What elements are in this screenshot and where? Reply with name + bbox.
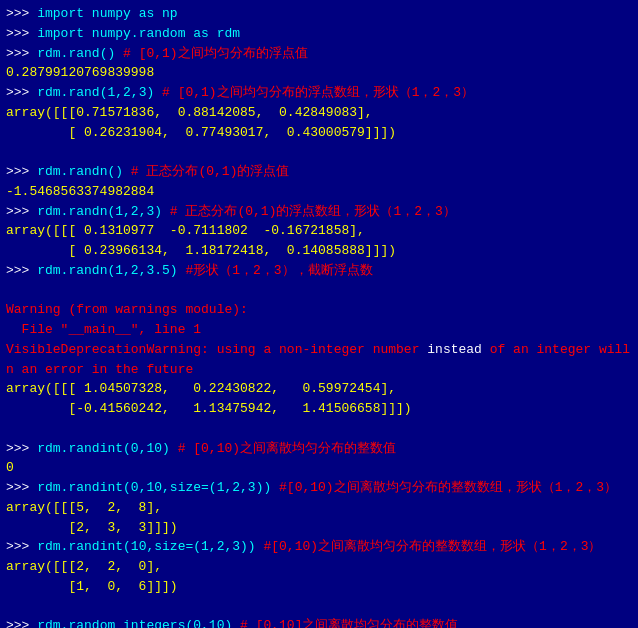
prompt-2: >>> bbox=[6, 26, 37, 41]
output-9: -1.5468563374982884 bbox=[6, 184, 154, 199]
comment-5: # [0,1)之间均匀分布的浮点数组，形状（1，2，3） bbox=[162, 85, 474, 100]
prompt-3: >>> bbox=[6, 46, 37, 61]
prompt-8: >>> bbox=[6, 164, 37, 179]
code-21: rdm.randint(10,size=(1,2,3)) bbox=[37, 539, 263, 554]
terminal-window: >>> import numpy as np >>> import numpy.… bbox=[0, 0, 638, 628]
output-15: [-0.41560242, 1.13475942, 1.41506658]]]) bbox=[6, 401, 412, 416]
prompt-13: >>> bbox=[6, 263, 37, 278]
output-23: [1, 0, 6]]]) bbox=[6, 579, 178, 594]
prompt-21: >>> bbox=[6, 539, 37, 554]
line-22: array([[[2, 2, 0], bbox=[6, 557, 632, 577]
code-24: rdm.random_integers(0,10) bbox=[37, 618, 240, 628]
warning-msg: VisibleDeprecationWarning: using a non-i… bbox=[6, 342, 638, 357]
line-warn-3: VisibleDeprecationWarning: using a non-i… bbox=[6, 340, 632, 360]
code-5: rdm.rand(1,2,3) bbox=[37, 85, 162, 100]
output-7: [ 0.26231904, 0.77493017, 0.43000579]]]) bbox=[6, 125, 396, 140]
warning-file: File "__main__", line 1 bbox=[6, 322, 201, 337]
comment-18: #[0,10)之间离散均匀分布的整数数组，形状（1，2，3） bbox=[279, 480, 617, 495]
code-13: rdm.randn(1,2,3.5) bbox=[37, 263, 185, 278]
line-3: >>> rdm.rand() # [0,1)之间均匀分布的浮点值 bbox=[6, 44, 632, 64]
line-13: >>> rdm.randn(1,2,3.5) #形状（1，2，3），截断浮点数 bbox=[6, 261, 632, 281]
line-warn-1: Warning (from warnings module): bbox=[6, 300, 632, 320]
prompt-24: >>> bbox=[6, 618, 37, 628]
comment-10: # 正态分布(0,1)的浮点数组，形状（1，2，3） bbox=[170, 204, 456, 219]
prompt-18: >>> bbox=[6, 480, 37, 495]
output-12: [ 0.23966134, 1.18172418, 0.14085888]]]) bbox=[6, 243, 396, 258]
code-16: rdm.randint(0,10) bbox=[37, 441, 177, 456]
line-10: >>> rdm.randn(1,2,3) # 正态分布(0,1)的浮点数组，形状… bbox=[6, 202, 632, 222]
line-warn-2: File "__main__", line 1 bbox=[6, 320, 632, 340]
line-16: >>> rdm.randint(0,10) # [0,10)之间离散均匀分布的整… bbox=[6, 439, 632, 459]
warning-msg-cont: n an error in the future bbox=[6, 362, 193, 377]
line-6: array([[[0.71571836, 0.88142085, 0.42849… bbox=[6, 103, 632, 123]
line-20: [2, 3, 3]]]) bbox=[6, 518, 632, 538]
line-23: [1, 0, 6]]]) bbox=[6, 577, 632, 597]
line-24: >>> rdm.random_integers(0,10) # [0,10]之间… bbox=[6, 616, 632, 628]
code-8: rdm.randn() bbox=[37, 164, 131, 179]
line-blank-2 bbox=[6, 281, 632, 301]
comment-24: # [0,10]之间离散均匀分布的整数值 bbox=[240, 618, 458, 628]
warning-header: Warning (from warnings module): bbox=[6, 302, 248, 317]
line-blank-1 bbox=[6, 142, 632, 162]
output-20: [2, 3, 3]]]) bbox=[6, 520, 178, 535]
code-3: rdm.rand() bbox=[37, 46, 123, 61]
comment-8: # 正态分布(0,1)的浮点值 bbox=[131, 164, 290, 179]
line-17: 0 bbox=[6, 458, 632, 478]
line-15: [-0.41560242, 1.13475942, 1.41506658]]]) bbox=[6, 399, 632, 419]
line-blank-4 bbox=[6, 597, 632, 617]
output-19: array([[[5, 2, 8], bbox=[6, 500, 162, 515]
comment-13: #形状（1，2，3），截断浮点数 bbox=[185, 263, 372, 278]
code-1: import numpy as np bbox=[37, 6, 177, 21]
line-12: [ 0.23966134, 1.18172418, 0.14085888]]]) bbox=[6, 241, 632, 261]
line-18: >>> rdm.randint(0,10,size=(1,2,3)) #[0,1… bbox=[6, 478, 632, 498]
output-14: array([[[ 1.04507328, 0.22430822, 0.5997… bbox=[6, 381, 396, 396]
line-8: >>> rdm.randn() # 正态分布(0,1)的浮点值 bbox=[6, 162, 632, 182]
line-14: array([[[ 1.04507328, 0.22430822, 0.5997… bbox=[6, 379, 632, 399]
output-6: array([[[0.71571836, 0.88142085, 0.42849… bbox=[6, 105, 373, 120]
line-7: [ 0.26231904, 0.77493017, 0.43000579]]]) bbox=[6, 123, 632, 143]
line-warn-4: n an error in the future bbox=[6, 360, 632, 380]
prompt-10: >>> bbox=[6, 204, 37, 219]
output-17: 0 bbox=[6, 460, 14, 475]
prompt-1: >>> bbox=[6, 6, 37, 21]
line-5: >>> rdm.rand(1,2,3) # [0,1)之间均匀分布的浮点数组，形… bbox=[6, 83, 632, 103]
line-19: array([[[5, 2, 8], bbox=[6, 498, 632, 518]
line-9: -1.5468563374982884 bbox=[6, 182, 632, 202]
code-2: import numpy.random as rdm bbox=[37, 26, 240, 41]
output-22: array([[[2, 2, 0], bbox=[6, 559, 162, 574]
line-1: >>> import numpy as np bbox=[6, 4, 632, 24]
comment-21: #[0,10)之间离散均匀分布的整数数组，形状（1，2，3） bbox=[263, 539, 601, 554]
line-21: >>> rdm.randint(10,size=(1,2,3)) #[0,10)… bbox=[6, 537, 632, 557]
prompt-16: >>> bbox=[6, 441, 37, 456]
line-blank-3 bbox=[6, 419, 632, 439]
line-4: 0.28799120769839998 bbox=[6, 63, 632, 83]
comment-3: # [0,1)之间均匀分布的浮点值 bbox=[123, 46, 308, 61]
line-11: array([[[ 0.1310977 -0.7111802 -0.167218… bbox=[6, 221, 632, 241]
output-4: 0.28799120769839998 bbox=[6, 65, 154, 80]
prompt-5: >>> bbox=[6, 85, 37, 100]
code-10: rdm.randn(1,2,3) bbox=[37, 204, 170, 219]
code-18: rdm.randint(0,10,size=(1,2,3)) bbox=[37, 480, 279, 495]
line-2: >>> import numpy.random as rdm bbox=[6, 24, 632, 44]
comment-16: # [0,10)之间离散均匀分布的整数值 bbox=[178, 441, 396, 456]
keyword-instead: instead bbox=[427, 342, 482, 357]
output-11: array([[[ 0.1310977 -0.7111802 -0.167218… bbox=[6, 223, 365, 238]
